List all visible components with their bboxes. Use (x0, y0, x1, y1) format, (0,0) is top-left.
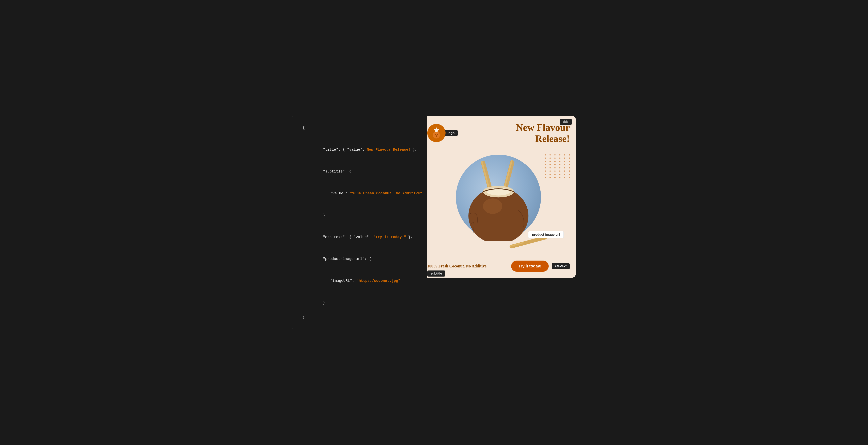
cta-line: "cta-text": { "value": "Try it today!" }… (303, 226, 417, 248)
logo-circle (427, 124, 445, 142)
cta-badge: cta-text (552, 263, 570, 269)
subtitle-text: 100% Fresh Coconut. No Additive (427, 264, 487, 269)
title-badge: title (560, 119, 572, 125)
product-value-line: "imageURL": "https:/coconut.jpg" (303, 270, 417, 292)
title-line: "title": { "value": New Flavour Release!… (303, 139, 417, 161)
svg-point-11 (483, 198, 502, 214)
ad-footer: 100% Fresh Coconut. No Additive subtitle… (427, 259, 570, 272)
svg-point-1 (433, 132, 440, 138)
svg-point-4 (436, 135, 437, 137)
close-brace: } (303, 314, 417, 321)
cta-button[interactable]: Try it today! (511, 261, 549, 272)
subtitle-close-line: }, (303, 204, 417, 226)
product-image-url-badge: product-image-url (528, 231, 564, 238)
ad-title: New FlavourRelease! (462, 122, 570, 144)
dot-pattern (545, 154, 572, 178)
ad-card: logo New FlavourRelease! title (421, 116, 576, 278)
product-open-line: "product-image-url": { (303, 248, 417, 270)
logo-label: logo (444, 130, 458, 136)
cta-area: Try it today! cta-text (511, 261, 570, 272)
ad-header: logo New FlavourRelease! title (427, 122, 570, 144)
coconut-image (458, 156, 539, 241)
svg-point-2 (435, 134, 436, 135)
subtitle-value-line: "value": "100% Fresh Coconut. No Additiv… (303, 182, 417, 204)
logo-area: logo (427, 124, 458, 142)
product-close-line: }, (303, 292, 417, 314)
ad-product-area: product-image-url (427, 148, 570, 254)
subtitle-area: 100% Fresh Coconut. No Additive subtitle (427, 264, 487, 269)
svg-point-3 (437, 134, 438, 135)
subtitle-open-line: "subtitle": { (303, 161, 417, 182)
open-brace: { (303, 124, 417, 131)
code-panel: { "title": { "value": New Flavour Releas… (292, 116, 427, 329)
subtitle-badge: subtitle (427, 271, 445, 277)
main-container: { "title": { "value": New Flavour Releas… (292, 116, 576, 329)
logo-icon (430, 127, 442, 139)
